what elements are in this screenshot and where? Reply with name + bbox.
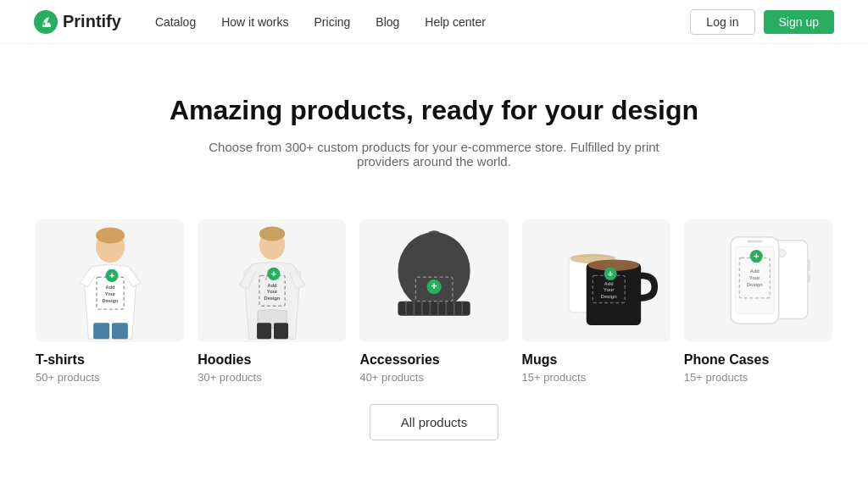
product-label-hoodies: Hoodies [198, 352, 346, 368]
svg-text:Design: Design [600, 294, 616, 299]
tshirt-svg: Add Your Design + [36, 219, 184, 342]
product-card-hoodies[interactable]: Add Your Design + Hoodies 30+ products [198, 219, 346, 384]
accessories-svg: + [359, 219, 508, 342]
nav: Catalog How it works Pricing Blog Help c… [155, 15, 690, 29]
product-count-accessories: 40+ products [359, 371, 508, 384]
product-count-phone-cases: 15+ products [684, 371, 832, 384]
svg-point-4 [96, 228, 125, 244]
product-count-hoodies: 30+ products [198, 371, 346, 384]
product-label-tshirts: T-shirts [36, 352, 184, 368]
nav-item-how-it-works[interactable]: How it works [221, 15, 288, 29]
product-label-phone-cases: Phone Cases [684, 352, 832, 368]
brand-name: Printify [63, 12, 121, 31]
nav-item-blog[interactable]: Blog [376, 15, 399, 29]
products-section: Add Your Design + T-shirts 50+ products [19, 202, 849, 483]
product-image-mugs: Add Your Design + [522, 219, 670, 342]
product-card-mugs[interactable]: Add Your Design + Mugs 15+ products [522, 219, 670, 384]
signup-button[interactable]: Sign up [764, 10, 834, 34]
nav-item-help-center[interactable]: Help center [425, 15, 486, 29]
svg-text:Your: Your [604, 287, 615, 292]
svg-text:Add: Add [106, 285, 116, 290]
svg-text:Design: Design [103, 298, 119, 303]
header: Printify Catalog How it works Pricing Bl… [0, 0, 868, 44]
svg-rect-11 [93, 323, 109, 339]
nav-item-pricing[interactable]: Pricing [314, 15, 351, 29]
phone-cases-svg: Add Your Design + [684, 219, 832, 342]
svg-text:+: + [271, 268, 277, 279]
svg-rect-24 [257, 323, 271, 339]
hero-section: Amazing products, ready for your design … [0, 44, 868, 202]
product-card-tshirts[interactable]: Add Your Design + T-shirts 50+ products [36, 219, 184, 384]
svg-rect-56 [808, 258, 810, 270]
svg-point-1 [43, 22, 46, 25]
product-count-mugs: 15+ products [522, 371, 670, 384]
svg-point-29 [398, 232, 470, 309]
nav-item-catalog[interactable]: Catalog [155, 15, 196, 29]
header-actions: Log in Sign up [690, 9, 834, 35]
svg-rect-25 [274, 323, 288, 339]
svg-text:+: + [109, 270, 115, 280]
svg-text:Your: Your [267, 289, 278, 294]
svg-text:Design: Design [264, 296, 281, 301]
hero-subtitle: Choose from 300+ custom products for you… [205, 140, 663, 169]
product-count-tshirts: 50+ products [36, 371, 184, 384]
product-label-accessories: Accessories [359, 352, 508, 368]
svg-rect-30 [398, 302, 470, 316]
product-image-accessories: + [359, 219, 508, 342]
svg-text:Add: Add [268, 283, 278, 288]
product-label-mugs: Mugs [522, 352, 670, 368]
svg-text:Design: Design [747, 282, 763, 287]
all-products-section: All products [36, 404, 832, 457]
hero-title: Amazing products, ready for your design [17, 95, 851, 126]
svg-text:+: + [431, 280, 437, 292]
logo[interactable]: Printify [34, 10, 121, 34]
product-image-tshirts: Add Your Design + [36, 219, 184, 342]
hoodie-svg: Add Your Design + [198, 219, 346, 342]
svg-text:Your: Your [105, 291, 116, 296]
products-grid: Add Your Design + T-shirts 50+ products [36, 219, 832, 384]
svg-text:+: + [754, 251, 760, 261]
product-image-phone-cases: Add Your Design + [684, 219, 832, 342]
login-button[interactable]: Log in [690, 9, 754, 35]
mugs-svg: Add Your Design + [522, 219, 670, 342]
svg-text:Add: Add [750, 269, 760, 274]
logo-icon [34, 10, 58, 34]
svg-point-15 [259, 227, 285, 241]
svg-rect-57 [808, 274, 810, 282]
all-products-button[interactable]: All products [370, 404, 498, 440]
svg-rect-60 [747, 241, 763, 243]
product-image-hoodies: Add Your Design + [198, 219, 346, 342]
svg-rect-12 [112, 323, 128, 339]
product-card-accessories[interactable]: + Accessories 40+ products [359, 219, 508, 384]
svg-text:Add: Add [604, 281, 614, 286]
svg-text:+: + [607, 268, 613, 279]
product-card-phone-cases[interactable]: Add Your Design + Phone Cases 15+ produc… [684, 219, 832, 384]
svg-text:Your: Your [749, 275, 760, 280]
